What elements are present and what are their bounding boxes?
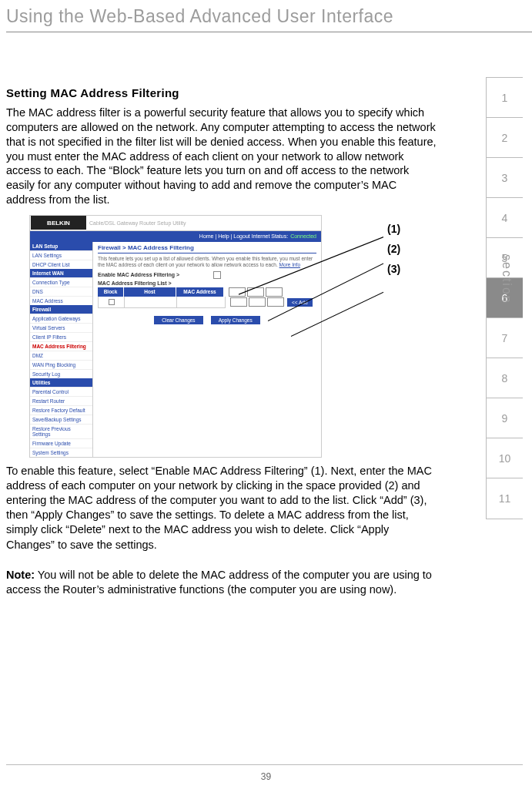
- sidebar-header: Internet WAN: [30, 269, 92, 277]
- page-title: Using the Web-Based Advanced User Interf…: [6, 6, 532, 27]
- router-ui-screenshot: BELKIN Cable/DSL Gateway Router Setup Ut…: [29, 215, 430, 458]
- sidebar-item[interactable]: WAN Ping Blocking: [30, 360, 92, 369]
- sidebar-item[interactable]: Parental Control: [30, 387, 92, 396]
- filtering-list-label: MAC Address Filtering List >: [98, 280, 213, 286]
- mac-address-input[interactable]: [229, 287, 283, 297]
- section-tab-3[interactable]: 3: [487, 158, 523, 198]
- filter-table-header: Block Host MAC Address: [98, 287, 316, 297]
- sidebar-item[interactable]: DHCP Client List: [30, 260, 92, 269]
- router-sidebar: LAN SetupLAN SettingsDHCP Client ListInt…: [30, 242, 93, 457]
- table-row: [98, 297, 226, 308]
- enable-filtering-label: Enable MAC Address Filtering >: [98, 272, 213, 277]
- sidebar-item[interactable]: Firmware Update: [30, 438, 92, 448]
- sidebar-item[interactable]: Virtual Servers: [30, 323, 92, 332]
- status-bar-links: Home | Help | Logout Internet Status:: [199, 233, 288, 239]
- sidebar-item[interactable]: MAC Address Filtering: [30, 341, 92, 351]
- section-tab-1[interactable]: 1: [487, 78, 523, 118]
- sidebar-header: LAN Setup: [30, 242, 92, 250]
- add-button[interactable]: << Add: [287, 298, 313, 307]
- mac-cell: [177, 297, 225, 307]
- sidebar-header: Firewall: [30, 305, 92, 314]
- belkin-logo: BELKIN: [31, 216, 86, 230]
- clear-changes-button[interactable]: Clear Changes: [154, 316, 202, 324]
- section-tab-4[interactable]: 4: [487, 198, 523, 238]
- utility-caption: Cable/DSL Gateway Router Setup Utility: [89, 220, 186, 226]
- sidebar-item[interactable]: DMZ: [30, 351, 92, 360]
- sidebar-item[interactable]: Connection Type: [30, 277, 92, 287]
- instructions-paragraph: To enable this feature, select “Enable M…: [6, 464, 437, 552]
- more-info-link[interactable]: More Info: [279, 262, 300, 267]
- note-body: You will not be able to delete the MAC a…: [6, 569, 432, 596]
- enable-filtering-checkbox[interactable]: [213, 271, 221, 279]
- page-number: 39: [0, 771, 532, 782]
- sidebar-item[interactable]: MAC Address: [30, 296, 92, 305]
- section-tab-10[interactable]: 10: [487, 438, 523, 478]
- callout-2: (2): [387, 243, 400, 255]
- callout-3: (3): [387, 263, 400, 275]
- section-tab-7[interactable]: 7: [487, 318, 523, 358]
- th-mac: MAC Address: [176, 287, 224, 297]
- section-heading: Setting MAC Address Filtering: [6, 86, 478, 99]
- block-checkbox[interactable]: [109, 299, 115, 305]
- th-host: Host: [124, 287, 176, 297]
- sidebar-item[interactable]: Application Gateways: [30, 314, 92, 323]
- callout-1: (1): [387, 223, 400, 235]
- section-tab-11[interactable]: 11: [487, 478, 523, 519]
- sidebar-item[interactable]: Restore Previous Settings: [30, 424, 92, 438]
- note-label: Note:: [6, 569, 35, 581]
- sidebar-item[interactable]: System Settings: [30, 448, 92, 457]
- section-tab-9[interactable]: 9: [487, 398, 523, 438]
- breadcrumb: Firewall > MAC Address Filtering: [98, 244, 316, 253]
- sidebar-item[interactable]: Restart Router: [30, 396, 92, 405]
- sidebar-item[interactable]: Security Log: [30, 369, 92, 378]
- feature-description: This feature lets you set up a list of a…: [98, 256, 316, 268]
- sidebar-item[interactable]: Restore Factory Default: [30, 405, 92, 415]
- th-block: Block: [98, 287, 124, 297]
- footer-rule: [6, 764, 523, 765]
- intro-paragraph: The MAC address filter is a powerful sec…: [6, 106, 437, 207]
- note-paragraph: Note: You will not be able to delete the…: [6, 568, 437, 597]
- host-cell: [125, 297, 177, 307]
- apply-changes-button[interactable]: Apply Changes: [211, 316, 260, 324]
- section-vertical-label: section: [500, 254, 514, 304]
- sidebar-item[interactable]: Client IP Filters: [30, 332, 92, 341]
- section-tab-2[interactable]: 2: [487, 118, 523, 158]
- sidebar-item[interactable]: DNS: [30, 287, 92, 296]
- section-tab-8[interactable]: 8: [487, 358, 523, 398]
- status-connected: Connected: [290, 233, 316, 239]
- mac-address-input-row2[interactable]: [230, 297, 284, 307]
- sidebar-item[interactable]: Save/Backup Settings: [30, 415, 92, 424]
- sidebar-item[interactable]: LAN Settings: [30, 250, 92, 260]
- status-bar: Home | Help | Logout Internet Status: Co…: [30, 231, 321, 242]
- sidebar-header: Utilities: [30, 378, 92, 387]
